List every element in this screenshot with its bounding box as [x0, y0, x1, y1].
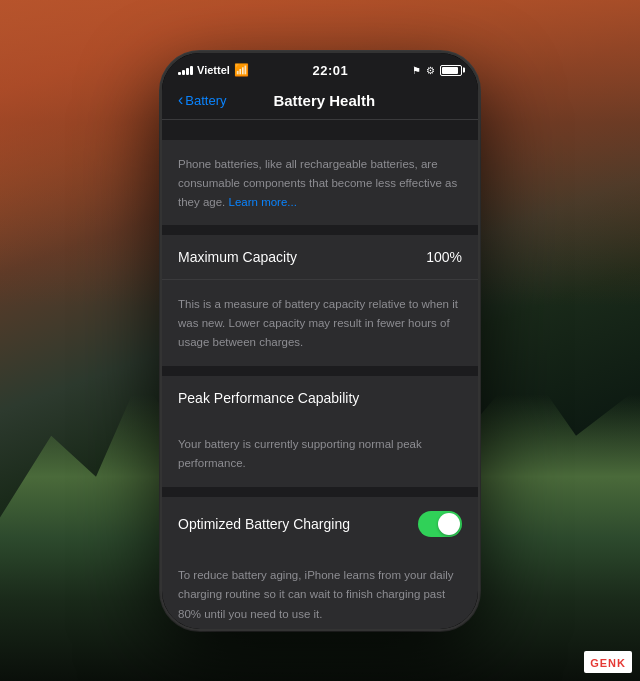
intro-section: Phone batteries, like all rechargeable b… — [162, 140, 478, 226]
peak-performance-desc-section: Your battery is currently supporting nor… — [162, 420, 478, 487]
spacer-top — [162, 120, 478, 130]
status-left: Viettel 📶 — [178, 63, 249, 77]
carrier-label: Viettel — [197, 64, 230, 76]
toggle-knob — [438, 513, 460, 535]
optimized-charging-label: Optimized Battery Charging — [178, 516, 350, 532]
signal-bars-icon — [178, 65, 193, 75]
learn-more-link[interactable]: Learn more... — [229, 196, 297, 208]
phone-wrapper: Viettel 📶 22:01 ⚑ ⚙ ‹ Battery Battery He… — [160, 51, 480, 631]
wifi-icon: 📶 — [234, 63, 249, 77]
signal-bar-4 — [190, 66, 193, 75]
chevron-left-icon: ‹ — [178, 92, 183, 108]
max-capacity-label: Maximum Capacity — [178, 249, 297, 265]
optimized-charging-description: To reduce battery aging, iPhone learns f… — [178, 569, 454, 620]
optimized-charging-block: Optimized Battery Charging To reduce bat… — [162, 497, 478, 629]
optimized-charging-row: Optimized Battery Charging — [162, 497, 478, 551]
location-icon: ⚑ — [412, 65, 421, 76]
watermark-text: GENK — [590, 657, 626, 669]
intro-text-content: Phone batteries, like all rechargeable b… — [178, 158, 457, 209]
peak-performance-block: Peak Performance Capability Your battery… — [162, 376, 478, 487]
max-capacity-value: 100% — [426, 249, 462, 265]
settings-icon: ⚙ — [426, 65, 435, 76]
watermark: GENK — [584, 651, 632, 673]
page-title: Battery Health — [187, 92, 462, 109]
max-capacity-block: Maximum Capacity 100% This is a measure … — [162, 235, 478, 365]
signal-bar-2 — [182, 70, 185, 75]
max-capacity-description: This is a measure of battery capacity re… — [178, 298, 458, 349]
status-right: ⚑ ⚙ — [412, 65, 462, 76]
peak-performance-label: Peak Performance Capability — [178, 390, 359, 406]
watermark-part2: K — [617, 657, 626, 669]
intro-text: Phone batteries, like all rechargeable b… — [178, 158, 457, 209]
navigation-bar: ‹ Battery Battery Health — [162, 84, 478, 120]
max-capacity-row: Maximum Capacity 100% — [162, 235, 478, 279]
status-bar: Viettel 📶 22:01 ⚑ ⚙ — [162, 53, 478, 84]
status-time: 22:01 — [313, 63, 349, 78]
battery-icon — [440, 65, 462, 76]
max-capacity-desc-section: This is a measure of battery capacity re… — [162, 280, 478, 366]
content-area: Phone batteries, like all rechargeable b… — [162, 120, 478, 629]
optimized-charging-desc-section: To reduce battery aging, iPhone learns f… — [162, 551, 478, 629]
optimized-charging-toggle[interactable] — [418, 511, 462, 537]
watermark-part1: GEN — [590, 657, 617, 669]
signal-bar-1 — [178, 72, 181, 75]
signal-bar-3 — [186, 68, 189, 75]
phone-frame: Viettel 📶 22:01 ⚑ ⚙ ‹ Battery Battery He… — [160, 51, 480, 631]
peak-performance-row: Peak Performance Capability — [162, 376, 478, 420]
peak-performance-description: Your battery is currently supporting nor… — [178, 438, 422, 469]
battery-fill — [442, 67, 458, 74]
